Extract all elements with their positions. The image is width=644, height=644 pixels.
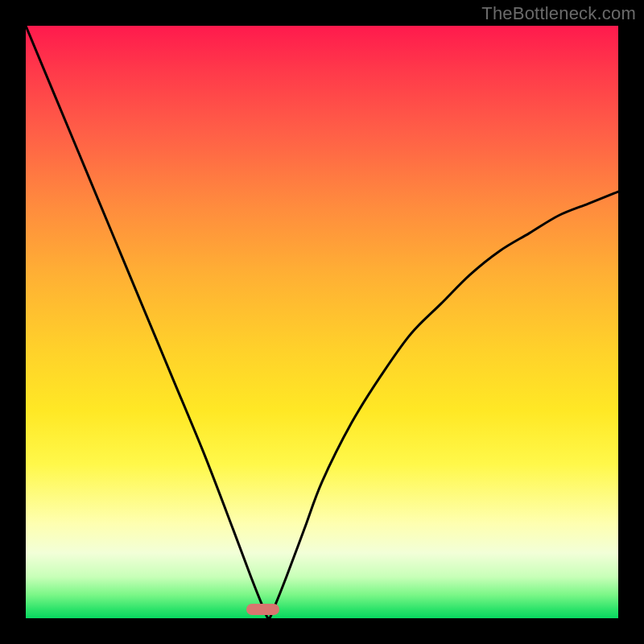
curve-svg <box>26 26 618 618</box>
optimum-marker <box>246 604 279 615</box>
watermark-text: TheBottleneck.com <box>481 3 636 24</box>
bottleneck-curve <box>26 26 618 618</box>
chart-frame: TheBottleneck.com <box>0 0 644 644</box>
plot-area <box>26 26 618 618</box>
